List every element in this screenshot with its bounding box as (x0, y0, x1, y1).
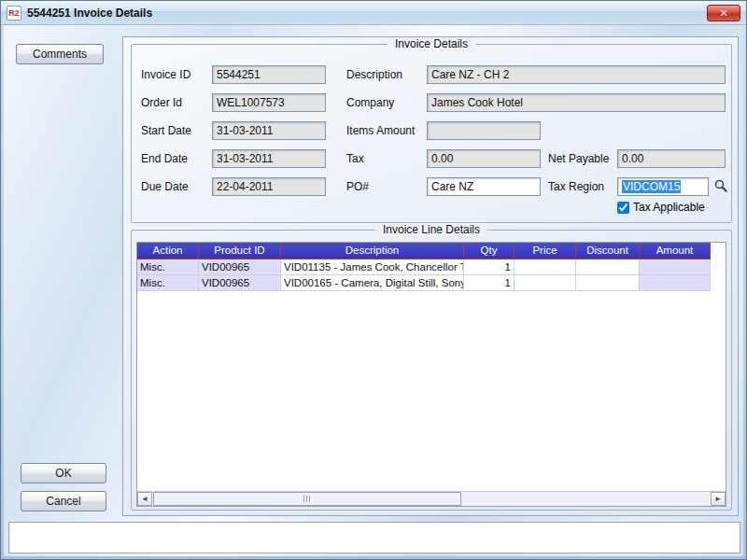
ok-button[interactable]: OK (21, 463, 106, 483)
table-empty-area (137, 291, 726, 491)
column-header-product-id[interactable]: Product ID (199, 243, 281, 259)
cell-qty: 1 (464, 259, 514, 275)
po-field[interactable] (427, 177, 541, 196)
start-date-label: Start Date (141, 121, 191, 140)
column-header-discount[interactable]: Discount (576, 243, 640, 259)
items-amount-field[interactable] (427, 121, 541, 140)
main-panel: Invoice Details Invoice ID Order Id Star… (122, 36, 739, 516)
cell-action: Misc. (137, 275, 199, 291)
window-title: 5544251 Invoice Details (27, 7, 152, 20)
column-header-action[interactable]: Action (137, 243, 199, 259)
comments-button[interactable]: Comments (16, 44, 104, 64)
company-field[interactable] (427, 93, 726, 112)
tax-label: Tax (346, 149, 364, 168)
description-field[interactable] (427, 65, 726, 84)
order-id-label: Order Id (141, 93, 182, 112)
client-area: Comments OK Cancel Invoice Details Invoi… (4, 25, 743, 556)
row-filler (711, 259, 726, 275)
cell-product-id: VID00965 (199, 259, 281, 275)
tax-applicable-row: Tax Applicable (617, 201, 705, 214)
due-date-field[interactable] (212, 177, 326, 196)
due-date-label: Due Date (141, 177, 189, 196)
tax-field[interactable] (427, 149, 541, 168)
cell-price (514, 259, 576, 275)
tax-applicable-label: Tax Applicable (633, 201, 705, 214)
invoice-id-label: Invoice ID (141, 65, 190, 84)
status-bar (8, 522, 740, 553)
scrollbar-thumb[interactable] (153, 492, 461, 506)
tax-region-selected-text: VIDCOM15 (622, 180, 681, 193)
scroll-left-button[interactable]: ◄ (137, 492, 152, 506)
row-filler (711, 275, 726, 291)
tax-region-label: Tax Region (548, 177, 604, 196)
table-row[interactable]: Misc. VID00965 VID00165 - Camera, Digita… (137, 275, 726, 291)
cell-price (514, 275, 576, 291)
table-header-row: Action Product ID Description Qty Price … (137, 243, 726, 259)
cell-discount (576, 259, 640, 275)
cell-amount (640, 259, 711, 275)
end-date-field[interactable] (212, 149, 326, 168)
invoice-line-details-group-title: Invoice Line Details (375, 223, 487, 236)
cancel-button[interactable]: Cancel (21, 491, 106, 511)
cell-action: Misc. (137, 259, 199, 275)
table-row[interactable]: Misc. VID00965 VID01135 - James Cook, Ch… (137, 259, 726, 275)
tax-applicable-checkbox[interactable] (617, 202, 629, 214)
items-amount-label: Items Amount (346, 121, 415, 140)
title-bar[interactable]: R2 5544251 Invoice Details ✕ (1, 1, 746, 25)
tax-region-field[interactable]: VIDCOM15 (617, 177, 709, 196)
cell-amount (640, 275, 711, 291)
column-header-price[interactable]: Price (514, 243, 576, 259)
scroll-right-button[interactable]: ► (711, 492, 726, 506)
order-id-field[interactable] (212, 93, 326, 112)
invoice-id-field[interactable] (212, 65, 326, 84)
description-label: Description (346, 65, 402, 84)
invoice-details-group: Invoice Details Invoice ID Order Id Star… (131, 44, 732, 223)
header-filler (711, 243, 726, 259)
company-label: Company (346, 93, 394, 112)
tax-region-lookup-button[interactable] (712, 178, 729, 195)
invoice-line-details-group: Invoice Line Details Action Product ID D… (131, 230, 732, 511)
cell-description: VID00165 - Camera, Digital Still, Sony,.… (281, 275, 464, 291)
close-button[interactable]: ✕ (707, 5, 740, 21)
net-payable-label: Net Payable (548, 149, 609, 168)
column-header-qty[interactable]: Qty (464, 243, 514, 259)
net-payable-field[interactable] (617, 149, 726, 168)
column-header-amount[interactable]: Amount (640, 243, 711, 259)
invoice-details-group-title: Invoice Details (388, 37, 475, 50)
po-label: PO# (346, 177, 369, 196)
end-date-label: End Date (141, 149, 188, 168)
cell-discount (576, 275, 640, 291)
cell-description: VID01135 - James Cook, Chancellor T... (281, 259, 464, 275)
invoice-details-window: R2 5544251 Invoice Details ✕ Comments OK… (0, 0, 747, 560)
line-items-table: Action Product ID Description Qty Price … (136, 242, 726, 507)
cell-product-id: VID00965 (199, 275, 281, 291)
search-icon (713, 178, 728, 193)
cell-qty: 1 (464, 275, 514, 291)
app-icon: R2 (7, 6, 21, 21)
column-header-description[interactable]: Description (281, 243, 464, 259)
horizontal-scrollbar[interactable]: ◄ ► (137, 491, 726, 506)
start-date-field[interactable] (212, 121, 326, 140)
